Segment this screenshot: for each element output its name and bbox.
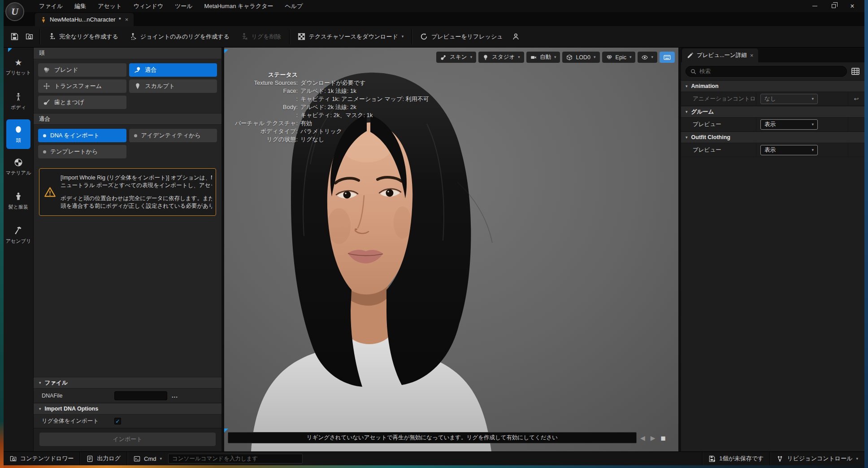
- option-from-template[interactable]: テンプレートから: [38, 145, 126, 158]
- console-command-input[interactable]: [168, 454, 303, 464]
- head-section-header: 頭: [34, 48, 221, 59]
- restore-button[interactable]: [826, 0, 841, 12]
- keyboard-icon: [664, 54, 671, 61]
- mode-teeth-lashes-button[interactable]: 歯とまつげ: [38, 96, 126, 109]
- material-sphere-icon: [14, 158, 23, 167]
- view-options-grid-icon[interactable]: [851, 67, 860, 76]
- sidebar-item-head[interactable]: 頭: [6, 119, 30, 149]
- close-button[interactable]: ×: [845, 0, 860, 12]
- create-joints-rig-button[interactable]: ジョイントのみのリグを作成する: [124, 29, 235, 44]
- show-menu-button[interactable]: ▾: [638, 52, 657, 63]
- import-dna-options-header[interactable]: ▾ Import DNA Options: [34, 403, 221, 415]
- fit-options: DNA をインポート アイデンティティから テンプレートから: [34, 125, 221, 162]
- search-input[interactable]: [699, 68, 842, 74]
- rig-delete-icon: [240, 33, 248, 40]
- menu-window[interactable]: ウィンドウ: [127, 2, 169, 10]
- viewport-focus-marker: [224, 49, 228, 53]
- menu-help[interactable]: ヘルプ: [279, 2, 309, 10]
- desktop-edge-right: [864, 0, 868, 468]
- reset-to-default-icon[interactable]: ↩: [854, 96, 859, 102]
- remove-rig-button: リグを削除: [235, 29, 286, 44]
- chevron-down-icon: ▾: [812, 97, 814, 101]
- body-icon: [14, 92, 23, 101]
- minimize-button[interactable]: [807, 0, 822, 12]
- outfit-preview-label: プレビュー: [681, 143, 756, 157]
- details-search[interactable]: [686, 66, 847, 77]
- document-tab-bar: NewMetaHu...nCharacter* ×: [4, 12, 864, 26]
- head-panel: 頭 ブレンド 適合 トランスフォーム: [33, 48, 221, 451]
- save-button[interactable]: [7, 29, 22, 44]
- menu-bar: ファイル 編集 アセット ウィンドウ ツール MetaHuman キャラクター …: [4, 0, 864, 12]
- mode-sculpt-button[interactable]: スカルプト: [129, 79, 217, 93]
- quality-menu-button[interactable]: Epic ▾: [602, 52, 636, 63]
- sidebar-item-hair-clothing[interactable]: 髪と服装: [4, 185, 32, 217]
- viewport-3d[interactable]: スキン ▾ スタジオ ▾ 自動 ▾: [224, 48, 678, 451]
- groom-section-header[interactable]: ▾ グルーム: [681, 106, 864, 118]
- fit-section-header: 適合: [34, 113, 221, 125]
- outfit-preview-dropdown[interactable]: 表示 ▾: [760, 145, 818, 155]
- save-asterisk-icon: [709, 455, 716, 462]
- keyboard-shortcuts-button[interactable]: [660, 52, 675, 63]
- menu-asset[interactable]: アセット: [92, 2, 127, 10]
- animation-section-header[interactable]: ▾ Animation: [681, 80, 864, 92]
- tab-title: NewMetaHu...nCharacter: [50, 16, 116, 23]
- cmd-selector-button[interactable]: Cmd ▾: [127, 452, 168, 465]
- file-section-header[interactable]: ▾ ファイル: [34, 377, 221, 389]
- mode-transform-button[interactable]: トランスフォーム: [38, 79, 126, 93]
- option-from-identity[interactable]: アイデンティティから: [129, 129, 217, 142]
- next-frame-icon[interactable]: ▶: [651, 434, 655, 442]
- sidebar-item-presets[interactable]: ★ プリセット: [4, 51, 32, 83]
- tab-metahuman-character[interactable]: NewMetaHu...nCharacter* ×: [35, 13, 134, 26]
- content-drawer-button[interactable]: コンテンツドロワー: [4, 452, 80, 465]
- import-rig-warning: [Import Whole Rig (リグ全体をインポート)] オプションは、M…: [39, 168, 216, 216]
- dna-file-row: DNAFile ...: [34, 389, 221, 403]
- output-log-button[interactable]: 出力ログ: [80, 452, 127, 465]
- outfit-section-header[interactable]: ▾ Outfit Clothing: [681, 131, 864, 143]
- tab-preview-scene-details[interactable]: プレビュ...ーン詳細 ×: [682, 48, 758, 62]
- create-full-rig-button[interactable]: 完全なリグを作成する: [43, 29, 124, 44]
- character-tab-icon: [40, 17, 47, 23]
- preview-details-panel: プレビュ...ーン詳細 × ▾ Animation アニメー: [681, 48, 864, 451]
- skin-menu-button[interactable]: スキン ▾: [436, 52, 476, 63]
- unsaved-files-button[interactable]: 1個が未保存です: [703, 452, 770, 465]
- menu-edit[interactable]: 編集: [69, 2, 92, 10]
- tab-close-icon[interactable]: ×: [750, 52, 753, 59]
- camera-menu-button[interactable]: 自動 ▾: [526, 52, 560, 63]
- groom-preview-dropdown[interactable]: 表示 ▾: [760, 119, 818, 130]
- whole-rig-row: リグ全体をインポート ✓: [34, 415, 221, 428]
- output-log-icon: [87, 455, 93, 462]
- lighting-menu-button[interactable]: スタジオ ▾: [478, 52, 524, 63]
- mode-blend-button[interactable]: ブレンド: [38, 63, 126, 77]
- search-icon: [690, 69, 696, 74]
- whole-rig-label: リグ全体をインポート: [34, 417, 114, 425]
- refresh-preview-button[interactable]: プレビューをリフレッシュ: [415, 29, 508, 44]
- browse-asset-button[interactable]: [22, 29, 37, 44]
- head-icon: [14, 125, 23, 134]
- chevron-down-icon: ▾: [160, 457, 162, 461]
- chevron-down-icon: ▾: [554, 55, 556, 59]
- browse-dna-button[interactable]: ...: [172, 392, 178, 399]
- tab-dirty-marker: *: [119, 16, 121, 23]
- tab-close-icon[interactable]: ×: [125, 16, 129, 23]
- sidebar-item-body[interactable]: ボディ: [4, 85, 32, 118]
- lod-menu-button[interactable]: LOD0 ▾: [562, 52, 599, 63]
- user-button[interactable]: [508, 29, 523, 44]
- sidebar-item-material[interactable]: マテリアル: [4, 151, 32, 183]
- import-button[interactable]: インポート: [39, 433, 216, 446]
- radio-dot-icon: [134, 134, 137, 137]
- dna-file-input[interactable]: [114, 391, 167, 400]
- option-import-dna[interactable]: DNA をインポート: [38, 129, 126, 142]
- stop-icon[interactable]: ◼: [661, 434, 666, 442]
- menu-metahuman-character[interactable]: MetaHuman キャラクター: [199, 2, 279, 10]
- mode-fit-button[interactable]: 適合: [129, 63, 217, 77]
- download-texture-sources-button[interactable]: テクスチャソースをダウンロード ▾: [292, 29, 409, 44]
- menu-tools[interactable]: ツール: [169, 2, 199, 10]
- whole-rig-checkbox[interactable]: ✓: [114, 418, 121, 424]
- radio-dot-icon: [43, 134, 46, 137]
- revision-control-button[interactable]: リビジョンコントロール ▾: [770, 452, 864, 465]
- asset-toolbar: 完全なリグを作成する ジョイントのみのリグを作成する リグを削除 テクスチャソー…: [4, 26, 864, 48]
- sidebar-item-assembly[interactable]: アセンブリ: [4, 219, 32, 251]
- menu-file[interactable]: ファイル: [33, 2, 69, 10]
- previous-frame-icon[interactable]: ◀: [640, 434, 645, 442]
- viewport-focus-marker: [224, 429, 228, 433]
